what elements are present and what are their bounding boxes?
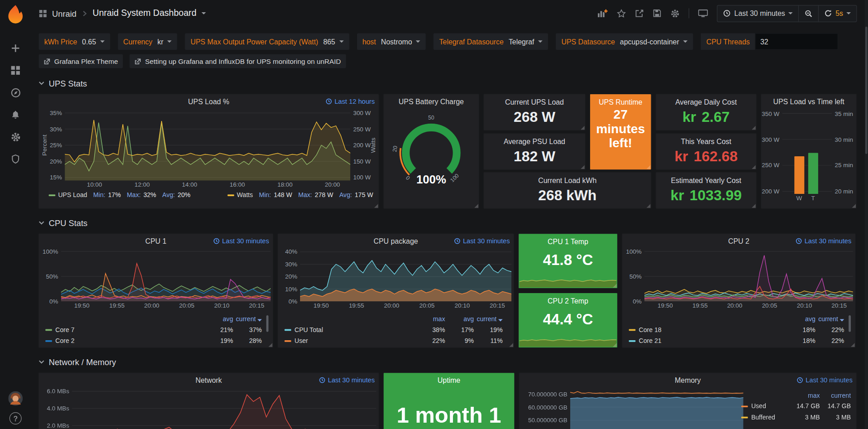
panel-title[interactable]: Uptime — [384, 376, 515, 385]
legend-series-name[interactable]: Core 2 — [45, 337, 204, 344]
section-cpu-stats[interactable]: CPU Stats — [38, 216, 857, 230]
legend-column-header[interactable]: avg — [204, 316, 233, 323]
legend-item[interactable]: WattsMin:148 WMax:278 WAvg:175 W — [228, 192, 373, 198]
legend-column-header[interactable]: max — [416, 316, 445, 323]
plot-area[interactable] — [65, 110, 350, 181]
panel-title[interactable]: Average PSU Load — [504, 137, 565, 145]
sidebar-item-configuration[interactable] — [0, 126, 31, 148]
variable-input[interactable] — [755, 33, 838, 50]
legend-series-name[interactable]: CPU Total — [285, 326, 416, 333]
save-button[interactable] — [653, 9, 662, 18]
legend-scrollbar[interactable] — [266, 315, 268, 332]
panel-title[interactable]: Current UPS Load — [505, 98, 564, 106]
legend-item[interactable]: Core 721%37% — [45, 324, 262, 335]
legend-column-header[interactable]: current — [233, 316, 262, 323]
legend-series-name[interactable]: Core 18 — [629, 326, 787, 333]
panel-title[interactable]: Average Daily Cost — [675, 98, 737, 106]
legend-scrollbar[interactable] — [849, 315, 851, 332]
legend-item[interactable]: Buffered3 MB3 MB — [741, 412, 851, 423]
add-panel-button[interactable] — [597, 9, 608, 18]
breadcrumb[interactable]: Unraid — [52, 9, 76, 18]
plot-area[interactable] — [570, 387, 744, 429]
star-button[interactable] — [617, 9, 626, 18]
legend-item[interactable]: UPS LoadMin:17%Max:32%Avg:20% — [49, 192, 191, 198]
variable-value[interactable]: 0.65 — [82, 38, 104, 46]
chevron-down-icon[interactable] — [201, 12, 206, 14]
variable-value[interactable]: Telegraf — [509, 38, 543, 46]
time-range-indicator[interactable]: Last 30 minutes — [454, 237, 510, 245]
legend-column-header[interactable]: max — [789, 392, 820, 399]
dashboard-link[interactable]: Grafana Plex Theme — [39, 54, 123, 68]
page-scrollbar[interactable] — [865, 0, 868, 429]
variable-ups-max-output-power-capacity-watt[interactable]: UPS Max Output Power Capacity (Watt)865 — [185, 33, 349, 50]
plot-area[interactable] — [300, 249, 511, 301]
section-network-memory[interactable]: Network / Memory — [38, 355, 857, 369]
section-ups-stats[interactable]: UPS Stats — [38, 76, 857, 91]
legend-column-header[interactable]: current — [820, 392, 851, 399]
variable-value[interactable]: Nostromo — [381, 38, 420, 46]
refresh-picker[interactable]: 5s — [818, 5, 856, 21]
legend-series-name[interactable]: Core 21 — [629, 337, 787, 344]
variable-value[interactable]: apcupsd-container — [620, 38, 687, 46]
legend-item[interactable]: Core 2118%22% — [629, 335, 844, 346]
legend-series-name[interactable]: Core 7 — [45, 326, 204, 333]
dashboard-settings-button[interactable] — [671, 9, 680, 18]
legend-series-name: UPS Load — [58, 192, 87, 198]
legend-item[interactable]: Core 1818%22% — [629, 324, 844, 335]
variable-kwh-price[interactable]: kWh Price0.65 — [39, 33, 110, 50]
panel-title[interactable]: Current Load kWh — [538, 176, 596, 184]
user-avatar[interactable] — [8, 391, 23, 406]
legend-column-header[interactable]: avg — [445, 316, 474, 323]
panel-title[interactable]: This Years Cost — [681, 137, 731, 145]
variable-cpu-threads[interactable]: CPU Threads — [701, 33, 838, 50]
panel-title[interactable]: UPS Load vs Time left — [761, 97, 856, 106]
bar-t[interactable] — [808, 153, 818, 194]
legend-item[interactable]: Used14.7 GB14.7 GB — [741, 400, 851, 411]
variable-value[interactable]: 865 — [323, 38, 343, 46]
page-title[interactable]: Unraid System Dashboard — [93, 8, 197, 18]
legend-item[interactable]: CPU Total38%17%19% — [285, 324, 503, 335]
variable-currency[interactable]: Currencykr — [118, 33, 177, 50]
variable-host[interactable]: hostNostromo — [357, 33, 426, 50]
variable-value[interactable]: kr — [157, 38, 172, 46]
sidebar-item-alerting[interactable] — [0, 104, 31, 126]
time-range-indicator[interactable]: Last 30 minutes — [796, 237, 851, 245]
variable-ups-datasource[interactable]: UPS Datasourceapcupsd-container — [556, 33, 693, 50]
y-axis-tick: 30 min — [835, 136, 853, 143]
panel-title[interactable]: CPU 1 Temp — [519, 238, 617, 246]
sidebar-item-dashboards[interactable] — [0, 59, 31, 82]
panel-title[interactable]: Estimated Yearly Cost — [671, 176, 741, 184]
legend-item[interactable]: User22%9%11% — [285, 335, 503, 346]
time-range-indicator[interactable]: Last 30 minutes — [213, 237, 269, 245]
help-icon[interactable]: ? — [10, 412, 22, 424]
legend-series-name[interactable]: User — [285, 337, 416, 344]
scrollbar-thumb[interactable] — [865, 27, 868, 154]
time-range-picker[interactable]: Last 30 minutes — [718, 5, 798, 21]
plot-area[interactable] — [644, 249, 853, 301]
plot-area[interactable] — [782, 111, 832, 194]
variable-telegraf-datasource[interactable]: Telegraf DatasourceTelegraf — [434, 33, 548, 50]
legend-column-header[interactable]: current — [474, 316, 503, 323]
time-range-indicator[interactable]: Last 30 minutes — [797, 376, 853, 384]
sidebar-item-create[interactable] — [0, 37, 31, 59]
grafana-logo[interactable] — [5, 4, 25, 24]
dashboard-link[interactable]: Setting up Grafana and InfluxDB for UPS … — [129, 54, 346, 68]
share-button[interactable] — [635, 9, 644, 18]
legend-item[interactable]: Core 219%28% — [45, 335, 262, 346]
panel-title[interactable]: UPS Battery Charge — [384, 97, 479, 106]
cycle-view-mode-button[interactable] — [698, 9, 708, 18]
time-range-indicator[interactable]: Last 30 minutes — [319, 376, 375, 384]
legend-series-name[interactable]: Used — [741, 403, 789, 410]
plot-area[interactable] — [61, 249, 271, 301]
sidebar-item-server-admin[interactable] — [0, 148, 31, 170]
sidebar-item-explore[interactable] — [0, 82, 31, 104]
bar-w[interactable] — [794, 156, 804, 194]
panel-title[interactable]: UPS Runtime — [599, 98, 642, 106]
plot-area[interactable] — [72, 387, 377, 429]
time-range-indicator[interactable]: Last 12 hours — [326, 97, 375, 105]
legend-column-header[interactable]: current — [816, 316, 844, 323]
panel-title[interactable]: CPU 2 Temp — [519, 297, 617, 305]
legend-column-header[interactable]: avg — [787, 316, 816, 323]
zoom-out-button[interactable] — [798, 5, 818, 21]
legend-series-name[interactable]: Buffered — [741, 414, 789, 421]
